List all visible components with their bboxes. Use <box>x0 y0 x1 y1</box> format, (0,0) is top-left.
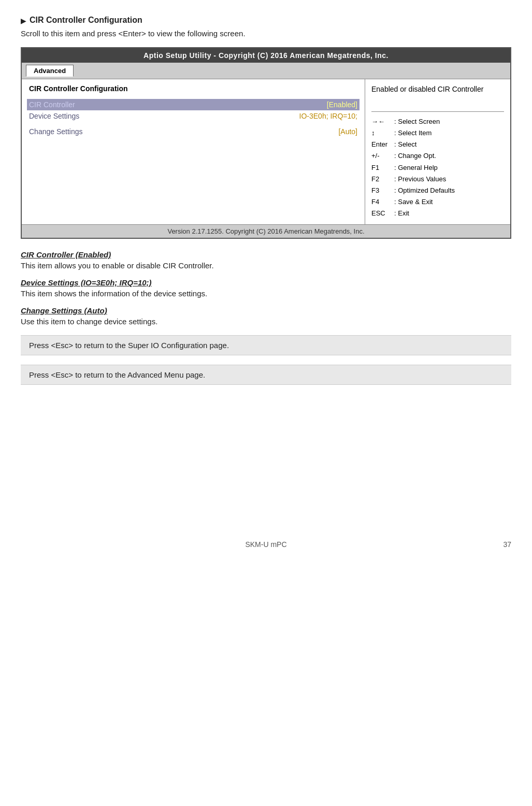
page-number: 37 <box>503 540 511 549</box>
bios-divider <box>371 111 504 112</box>
bios-item-label-change: Change Settings <box>29 127 83 136</box>
key-row-f3: F3 : Optimized Defaults <box>371 185 504 196</box>
highlight-bar-advanced: Press <Esc> to return to the Advanced Me… <box>21 365 511 385</box>
key-desc-f4: : Save & Exit <box>394 196 433 208</box>
key-row-enter: Enter : Select <box>371 139 504 150</box>
bios-right-panel: Enabled or disabled CIR Controller →← : … <box>365 79 510 224</box>
key-sym-enter: Enter <box>371 139 392 150</box>
key-desc-select-item: : Select Item <box>394 127 432 139</box>
bios-body: CIR Controller Configuration CIR Control… <box>22 79 510 224</box>
key-sym-f1: F1 <box>371 162 392 174</box>
key-desc-esc: : Exit <box>394 208 409 219</box>
section-body-change: Use this item to change device settings. <box>21 317 511 326</box>
page-header: ▶ CIR Controller Configuration <box>21 16 511 25</box>
section-heading-device: Device Settings (IO=3E0h; IRQ=10;) <box>21 278 511 287</box>
bios-title-bar: Aptio Setup Utility - Copyright (C) 2016… <box>22 48 510 63</box>
bios-item-value-cir: [Enabled] <box>327 100 357 109</box>
footer-brand: SKM-U mPC <box>245 540 286 549</box>
bios-tab-row: Advanced <box>22 63 510 79</box>
key-sym-f4: F4 <box>371 196 392 208</box>
bios-item-cir-controller[interactable]: CIR Controller [Enabled] <box>27 99 360 110</box>
bios-item-device-settings: Device Settings IO-3E0h; IRQ=10; <box>29 110 357 122</box>
bios-key-legend: →← : Select Screen ↕ : Select Item Enter… <box>371 116 504 219</box>
key-row-f2: F2 : Previous Values <box>371 174 504 185</box>
key-row-esc: ESC : Exit <box>371 208 504 219</box>
key-desc-f1: : General Help <box>394 162 438 174</box>
bios-item-change-settings[interactable]: Change Settings [Auto] <box>29 126 357 137</box>
bios-left-panel: CIR Controller Configuration CIR Control… <box>22 79 365 224</box>
key-desc-f2: : Previous Values <box>394 174 446 185</box>
key-desc-change: : Change Opt. <box>394 150 436 162</box>
bios-item-value-device: IO-3E0h; IRQ=10; <box>299 112 357 120</box>
header-arrow: ▶ <box>21 17 26 25</box>
bios-tab-advanced[interactable]: Advanced <box>26 65 74 77</box>
bios-item-label-device: Device Settings <box>29 112 79 120</box>
key-sym-esc: ESC <box>371 208 392 219</box>
bios-section-title: CIR Controller Configuration <box>29 84 357 93</box>
bios-item-label-cir: CIR Controller <box>29 100 75 109</box>
section-heading-cir: CIR Controller (Enabled) <box>21 250 511 259</box>
key-row-select-screen: →← : Select Screen <box>371 116 504 127</box>
bios-help-text: Enabled or disabled CIR Controller <box>371 84 504 95</box>
section-body-device: This item shows the information of the d… <box>21 289 511 298</box>
bios-item-value-change: [Auto] <box>338 127 357 136</box>
bios-screen: Aptio Setup Utility - Copyright (C) 2016… <box>21 47 511 239</box>
key-row-select-item: ↕ : Select Item <box>371 127 504 139</box>
key-row-f4: F4 : Save & Exit <box>371 196 504 208</box>
scroll-instruction: Scroll to this item and press <Enter> to… <box>21 29 511 38</box>
key-sym-plusminus: +/- <box>371 150 392 162</box>
highlight-bar-superio: Press <Esc> to return to the Super IO Co… <box>21 335 511 355</box>
key-desc-enter: : Select <box>394 139 416 150</box>
key-sym-updown: ↕ <box>371 127 392 139</box>
bios-footer: Version 2.17.1255. Copyright (C) 2016 Am… <box>22 224 510 238</box>
section-heading-change: Change Settings (Auto) <box>21 306 511 315</box>
key-sym-f2: F2 <box>371 174 392 185</box>
key-sym-f3: F3 <box>371 185 392 196</box>
key-desc-select-screen: : Select Screen <box>394 116 440 127</box>
key-desc-f3: : Optimized Defaults <box>394 185 455 196</box>
key-sym-arrows: →← <box>371 116 392 127</box>
key-row-f1: F1 : General Help <box>371 162 504 174</box>
key-row-change: +/- : Change Opt. <box>371 150 504 162</box>
section-body-cir: This item allows you to enable or disabl… <box>21 261 511 270</box>
page-title: CIR Controller Configuration <box>30 16 142 25</box>
